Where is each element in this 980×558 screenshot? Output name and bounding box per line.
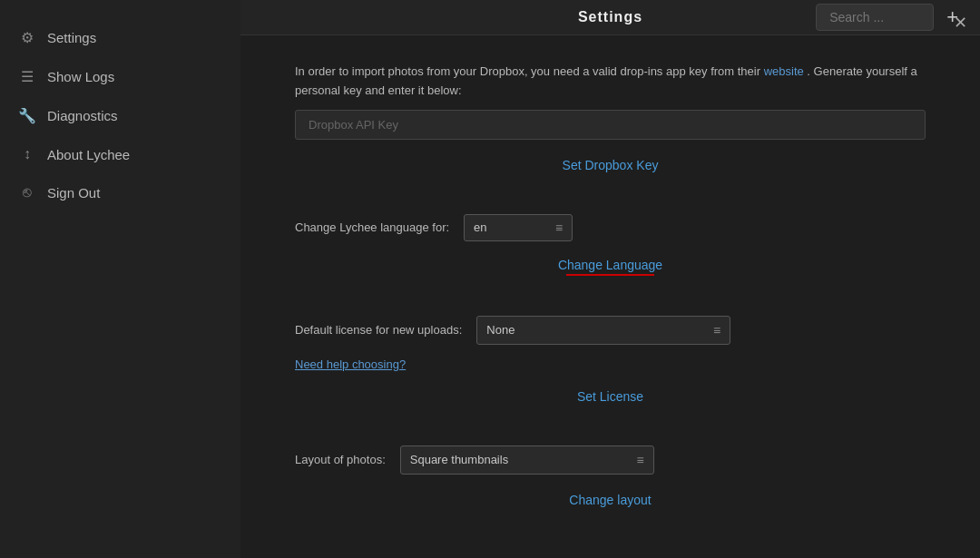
change-layout-button[interactable]: Change layout	[569, 487, 651, 513]
sidebar-item-label: About Lychee	[47, 147, 130, 162]
license-select[interactable]: None ≡	[476, 316, 730, 345]
set-dropbox-key-button[interactable]: Set Dropbox Key	[563, 152, 659, 178]
sidebar-item-sign-out[interactable]: ⎋ Sign Out	[0, 173, 240, 211]
language-value: en	[474, 220, 548, 234]
layout-value: Square thumbnails	[410, 453, 637, 466]
dropbox-api-key-input[interactable]	[295, 110, 926, 140]
language-row: Change Lychee language for: en ≡	[295, 214, 926, 241]
page-title: Settings	[578, 9, 642, 25]
red-underline	[566, 274, 655, 276]
dropbox-section: In order to import photos from your Drop…	[295, 63, 926, 178]
chevron-down-icon: ≡	[555, 220, 563, 235]
close-button[interactable]: ✕	[954, 13, 967, 33]
sidebar: ⚙ Settings ☰ Show Logs 🔧 Diagnostics ↕ A…	[0, 0, 240, 558]
license-help-link[interactable]: Need help choosing?	[295, 357, 926, 371]
layout-label: Layout of photos:	[295, 453, 386, 466]
change-language-button[interactable]: Change Language	[558, 254, 662, 279]
license-section: Default license for new uploads: None ≡ …	[295, 316, 926, 409]
language-label: Change Lychee language for:	[295, 220, 449, 234]
layout-row: Layout of photos: Square thumbnails ≡	[295, 445, 926, 475]
license-row: Default license for new uploads: None ≡	[295, 316, 926, 345]
header: Settings +	[240, 0, 980, 35]
sidebar-item-label: Show Logs	[47, 69, 114, 84]
dropbox-website-link[interactable]: website	[764, 64, 804, 78]
set-license-button[interactable]: Set License	[577, 384, 643, 409]
about-icon: ↕	[18, 146, 36, 162]
sidebar-item-label: Sign Out	[47, 185, 100, 201]
signout-icon: ⎋	[18, 184, 36, 201]
settings-content: In order to import photos from your Drop…	[240, 35, 980, 558]
language-section: Change Lychee language for: en ≡ Change …	[295, 214, 926, 279]
settings-icon: ⚙	[18, 29, 36, 46]
sidebar-item-show-logs[interactable]: ☰ Show Logs	[0, 57, 240, 96]
layout-section: Layout of photos: Square thumbnails ≡ Ch…	[295, 445, 926, 513]
license-label: Default license for new uploads:	[295, 323, 462, 337]
dropbox-description: In order to import photos from your Drop…	[295, 63, 926, 101]
sidebar-item-settings[interactable]: ⚙ Settings	[0, 18, 240, 57]
language-select[interactable]: en ≡	[464, 214, 573, 241]
logs-icon: ☰	[18, 68, 36, 85]
sidebar-item-label: Diagnostics	[47, 108, 118, 123]
sidebar-item-about-lychee[interactable]: ↕ About Lychee	[0, 135, 240, 173]
sidebar-item-label: Settings	[47, 30, 96, 45]
layout-select[interactable]: Square thumbnails ≡	[400, 445, 654, 475]
header-actions: +	[816, 4, 962, 31]
license-value: None	[486, 323, 713, 337]
license-chevron-icon: ≡	[713, 323, 720, 338]
search-input[interactable]	[816, 4, 934, 31]
layout-chevron-icon: ≡	[637, 453, 644, 467]
diagnostics-icon: 🔧	[18, 107, 36, 124]
main-panel: Settings + In order to import photos fro…	[240, 0, 980, 558]
sidebar-item-diagnostics[interactable]: 🔧 Diagnostics	[0, 96, 240, 135]
